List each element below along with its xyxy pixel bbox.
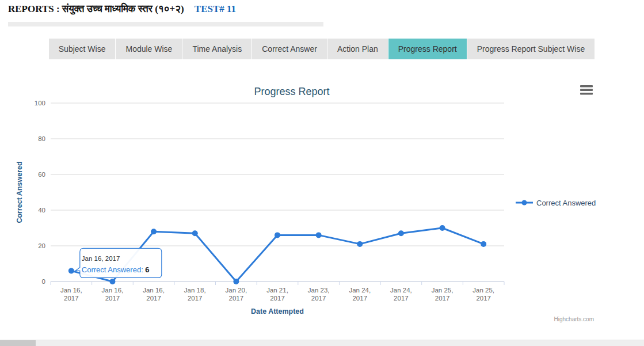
- data-point-marker[interactable]: [357, 241, 363, 247]
- horizontal-scrollbar[interactable]: [0, 340, 644, 346]
- report-tabbar: Subject WiseModule WiseTime AnalysisCorr…: [0, 39, 644, 59]
- x-tick-label: Jan 25,2017: [432, 287, 454, 302]
- data-point-marker[interactable]: [316, 232, 322, 238]
- hamburger-bar: [580, 85, 593, 88]
- tab-module-wise[interactable]: Module Wise: [116, 39, 182, 59]
- hamburger-bar: [580, 93, 593, 95]
- report-title-text: REPORTS : संयुक्त उच्च माध्यमिक स्तर (१०…: [8, 3, 184, 14]
- page-title: REPORTS : संयुक्त उच्च माध्यमिक स्तर (१०…: [8, 3, 236, 15]
- chart-canvas: Progress Report020406080100Jan 16,2017Ja…: [0, 78, 644, 325]
- tab-correct-answer[interactable]: Correct Answer: [252, 39, 327, 59]
- x-tick-label: Jan 16,2017: [143, 287, 165, 302]
- data-point-marker[interactable]: [109, 279, 115, 284]
- x-axis-title: Date Attempted: [251, 307, 304, 315]
- y-tick-label: 20: [38, 242, 45, 249]
- tab-time-analysis[interactable]: Time Analysis: [182, 39, 251, 59]
- tab-action-plan[interactable]: Action Plan: [327, 39, 388, 59]
- tab-subject-wise[interactable]: Subject Wise: [49, 39, 116, 59]
- test-number-link[interactable]: TEST# 11: [195, 3, 236, 14]
- horizontal-scrollbar-thumb[interactable]: [0, 340, 36, 346]
- highcharts-credit[interactable]: Highcharts.com: [554, 316, 594, 322]
- legend-marker-symbol: [522, 200, 527, 206]
- x-tick-label: Jan 25,2017: [472, 287, 494, 302]
- tab-progress-report-subject-wise[interactable]: Progress Report Subject Wise: [467, 39, 595, 59]
- progress-report-chart: Progress Report020406080100Jan 16,2017Ja…: [0, 78, 644, 325]
- chart-title: Progress Report: [254, 86, 329, 97]
- header-underline: [8, 22, 323, 26]
- hamburger-bar: [580, 89, 593, 92]
- y-axis-title: Correct Answered: [16, 161, 24, 223]
- data-point-marker[interactable]: [192, 230, 198, 236]
- x-tick-label: Jan 16,2017: [102, 287, 124, 302]
- x-tick-label: Jan 20,2017: [225, 287, 247, 302]
- chart-tooltip: Jan 16, 2017Correct Answered: 6: [75, 248, 162, 277]
- data-point-marker[interactable]: [440, 225, 445, 231]
- tooltip-date: Jan 16, 2017: [82, 255, 120, 262]
- data-point-marker[interactable]: [233, 279, 239, 284]
- legend-label: Correct Answered: [536, 199, 596, 207]
- x-tick-label: Jan 18,2017: [184, 287, 206, 302]
- data-point-marker[interactable]: [68, 268, 74, 273]
- tab-progress-report[interactable]: Progress Report: [388, 39, 467, 59]
- data-point-marker[interactable]: [398, 230, 404, 236]
- y-tick-label: 40: [38, 207, 45, 214]
- legend-item-correct-answered[interactable]: Correct Answered: [516, 199, 596, 207]
- x-tick-label: Jan 23,2017: [308, 287, 330, 302]
- data-point-marker[interactable]: [151, 229, 157, 234]
- tooltip-series-value: Correct Answered: 6: [82, 265, 150, 274]
- y-tick-label: 60: [38, 171, 45, 178]
- y-tick-label: 100: [35, 100, 45, 107]
- data-point-marker[interactable]: [481, 241, 486, 247]
- x-tick-label: Jan 24,2017: [349, 287, 371, 302]
- data-point-marker[interactable]: [275, 232, 280, 238]
- x-tick-label: Jan 21,2017: [266, 287, 288, 302]
- hamburger-icon[interactable]: [580, 85, 593, 95]
- x-tick-label: Jan 16,2017: [60, 287, 82, 302]
- x-tick-label: Jan 24,2017: [390, 287, 412, 302]
- y-tick-label: 0: [42, 278, 45, 285]
- y-tick-label: 80: [38, 135, 45, 142]
